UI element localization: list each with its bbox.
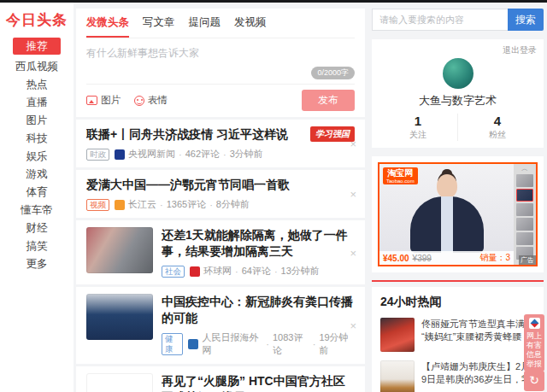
followers-label: 粉丝 <box>458 129 537 141</box>
feed-item[interactable]: 中国疾控中心：新冠肺炎有粪口传播的可能 健康 人民日报海外网 · 1083评论 … <box>76 287 365 364</box>
taobao-logo: 淘宝网 Taobao.com <box>383 167 418 184</box>
article-time: 3分钟前 <box>230 148 263 161</box>
search-bar: 搜索 <box>372 9 544 31</box>
category-tag: 时政 <box>86 149 109 161</box>
sidebar-item-funny[interactable]: 搞笑 <box>0 237 74 255</box>
tab-post-video[interactable]: 发视频 <box>234 15 267 38</box>
post-composer: 发微头条 写文章 提问题 发视频 0/2000字 图片 表情 发布 <box>76 9 365 117</box>
search-button[interactable]: 搜索 <box>508 9 544 31</box>
ad-sales-count: 销量：3 <box>479 252 510 264</box>
composer-toolbar: 图片 表情 发布 <box>86 84 355 111</box>
sidebar-item-more[interactable]: 更多 <box>0 255 74 273</box>
ad-strip-thumb[interactable] <box>516 203 533 216</box>
ad-strip-thumb[interactable] <box>516 232 533 245</box>
hot-news-text[interactable]: 佟丽娅元宵节造型真丰满，“姨妈红”束腰裙秀黄蜂腰，同龄人少见 <box>421 318 535 343</box>
sidebar-item-finance[interactable]: 财经 <box>0 219 74 237</box>
add-emoji-button[interactable]: 表情 <box>134 94 168 107</box>
right-column: 搜索 退出登录 大鱼与数字艺术 1 关注 4 粉丝 <box>372 3 544 392</box>
separator: · <box>266 339 269 349</box>
article-comments[interactable]: 1365评论 <box>167 198 206 211</box>
dismiss-icon[interactable]: × <box>350 247 356 258</box>
followers-count: 4 <box>458 114 537 128</box>
search-input[interactable] <box>372 9 508 31</box>
report-harmful-info-button[interactable]: 网上有害信息举报 <box>524 314 544 372</box>
category-tag: 社会 <box>162 266 185 278</box>
article-title[interactable]: 爱满大中国——沪鄂元宵节同唱一首歌 <box>86 177 355 193</box>
toutiao-logo[interactable]: 今日头条 <box>0 10 74 30</box>
source-favicon <box>190 266 200 277</box>
ad-model-face <box>437 174 457 198</box>
article-title[interactable]: 中国疾控中心：新冠肺炎有粪口传播的可能 <box>162 294 355 326</box>
article-comments[interactable]: 1083评论 <box>273 331 309 357</box>
taobao-logo-text: 淘宝网 <box>386 168 415 178</box>
source-favicon <box>115 200 125 210</box>
refresh-icon: ↻ <box>529 373 539 387</box>
profile-name[interactable]: 大鱼与数字艺术 <box>379 93 537 108</box>
emoji-icon <box>134 96 144 106</box>
sidebar-item-games[interactable]: 游戏 <box>0 166 74 184</box>
ad-card: 淘宝网 Taobao.com ︿ ¥45.00 ¥399 销量：3 <box>372 156 544 272</box>
section-divider <box>372 280 544 282</box>
article-source[interactable]: 长江云 <box>128 198 156 211</box>
hot-news-item[interactable]: 【卢靖姗为韩庚庆生】2月9日是韩庚的36岁生日，零点整，@卢靖姗 准 <box>380 360 535 392</box>
article-title[interactable]: 还差1天就能解除隔离，她做了一件事，结果要增加隔离三天 <box>162 227 355 260</box>
chevron-up-icon[interactable]: ︿ <box>521 166 528 173</box>
article-time: 13分钟前 <box>281 265 320 278</box>
separator: · <box>274 266 278 277</box>
add-image-button[interactable]: 图片 <box>86 94 121 107</box>
followers-stat[interactable]: 4 粉丝 <box>457 114 537 141</box>
composer-tabs: 发微头条 写文章 提问题 发视频 <box>86 15 355 38</box>
sidebar-item-hotspot[interactable]: 热点 <box>0 76 74 94</box>
feed-item[interactable]: 爱满大中国——沪鄂元宵节同唱一首歌 视频 长江云 · 1365评论 · 8分钟前… <box>76 170 365 218</box>
taobao-ad[interactable]: 淘宝网 Taobao.com ︿ ¥45.00 ¥399 销量：3 <box>378 162 538 266</box>
following-label: 关注 <box>379 129 457 141</box>
article-title[interactable]: 联播+丨同舟共济战疫情 习近平这样说 <box>86 126 302 143</box>
publish-button[interactable]: 发布 <box>302 90 355 111</box>
sidebar-item-recommend[interactable]: 推荐 <box>13 38 61 55</box>
article-comments[interactable]: 462评论 <box>185 148 220 161</box>
article-source[interactable]: 人民日报海外网 <box>202 331 262 357</box>
following-stat[interactable]: 1 关注 <box>379 114 457 141</box>
ad-strip-thumb-selected[interactable] <box>516 189 533 202</box>
source-favicon <box>188 339 198 349</box>
article-comments[interactable]: 64评论 <box>242 265 271 278</box>
article-meta: 视频 长江云 · 1365评论 · 8分钟前 <box>86 198 355 211</box>
sidebar-item-pictures[interactable]: 图片 <box>0 112 74 130</box>
profile-stats: 1 关注 4 粉丝 <box>379 114 537 141</box>
tab-ask-question[interactable]: 提问题 <box>189 15 221 38</box>
article-source[interactable]: 环球网 <box>203 265 232 278</box>
feed-item[interactable]: 再见了“火腿肠” HTC中国官方社区正式关闭：缘尽 科技 中国经济网 · 3评论… <box>76 366 365 392</box>
tab-write-article[interactable]: 写文章 <box>143 15 175 38</box>
dismiss-icon[interactable]: × <box>350 320 356 331</box>
feed-item[interactable]: 还差1天就能解除隔离，她做了一件事，结果要增加隔离三天 社会 环球网 · 64评… <box>76 220 365 284</box>
hot-news-card: 24小时热闻 佟丽娅元宵节造型真丰满，“姨妈红”束腰裙秀黄蜂腰，同龄人少见 【卢… <box>372 287 544 392</box>
hot-news-thumbnail <box>380 360 415 392</box>
tab-post-weitoutiao[interactable]: 发微头条 <box>86 15 129 38</box>
composer-input[interactable] <box>86 38 355 64</box>
hot-news-thumbnail <box>380 318 415 352</box>
ad-strip-thumb[interactable] <box>516 174 533 187</box>
separator: · <box>160 200 163 210</box>
article-title[interactable]: 再见了“火腿肠” HTC中国官方社区正式关闭：缘尽 <box>162 373 355 392</box>
sidebar-item-live[interactable]: 直播 <box>0 94 74 112</box>
hot-news-text[interactable]: 【卢靖姗为韩庚庆生】2月9日是韩庚的36岁生日，零点整，@卢靖姗 准 <box>421 360 535 386</box>
article-time: 8分钟前 <box>216 198 250 211</box>
sidebar-item-sports[interactable]: 体育 <box>0 184 74 202</box>
ad-strip-thumb[interactable] <box>516 218 533 231</box>
sidebar-item-entertainment[interactable]: 娱乐 <box>0 148 74 166</box>
dismiss-icon[interactable]: × <box>350 138 356 149</box>
logout-link[interactable]: 退出登录 <box>379 44 537 56</box>
avatar[interactable] <box>443 58 473 89</box>
article-thumbnail <box>86 373 153 392</box>
feed-item[interactable]: 联播+丨同舟共济战疫情 习近平这样说 学习强国 时政 央视网新闻 · 462评论… <box>76 120 365 167</box>
article-source[interactable]: 央视网新闻 <box>128 148 175 161</box>
hot-news-item[interactable]: 佟丽娅元宵节造型真丰满，“姨妈红”束腰裙秀黄蜂腰，同龄人少见 <box>380 318 535 352</box>
sidebar-item-dongchedi[interactable]: 懂车帝 <box>0 202 74 219</box>
ad-marker: 广告 <box>519 255 536 265</box>
image-label: 图片 <box>101 94 121 107</box>
sidebar-item-tech[interactable]: 科技 <box>0 130 74 148</box>
sidebar-item-xigua-video[interactable]: 西瓜视频 <box>0 58 74 76</box>
dismiss-icon[interactable]: × <box>350 189 356 200</box>
refresh-button[interactable]: ↻ <box>524 371 544 391</box>
article-meta: 时政 央视网新闻 · 462评论 · 3分钟前 <box>86 148 355 161</box>
